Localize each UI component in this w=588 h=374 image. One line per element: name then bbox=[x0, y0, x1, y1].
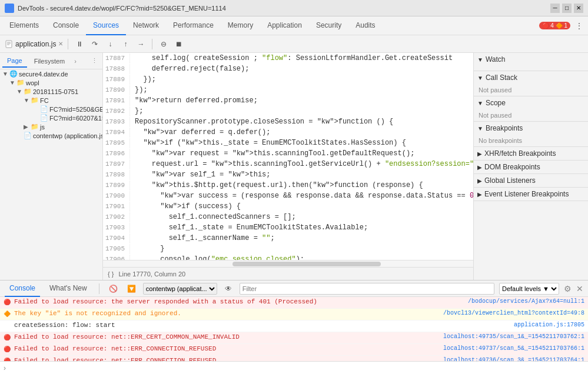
more-tabs[interactable]: › bbox=[72, 56, 79, 66]
tree-item-fc-file2[interactable]: 📄 FC?mid=60207&15452111... bbox=[0, 113, 102, 122]
step-out-button[interactable]: ↑ bbox=[119, 38, 132, 51]
line-number: 17893 bbox=[103, 117, 130, 127]
right-section-global-listeners: ▶Global Listeners bbox=[474, 174, 588, 188]
maximize-button[interactable]: □ bbox=[562, 4, 572, 13]
filter-toggle-button[interactable]: 🔽 bbox=[125, 282, 138, 295]
page-tab[interactable]: Page bbox=[2, 55, 27, 68]
section-header-xhr/fetch-breakpoints[interactable]: ▶XHR/fetch Breakpoints bbox=[474, 147, 588, 160]
tab-memory[interactable]: Memory bbox=[221, 16, 260, 35]
console-filter-input[interactable] bbox=[240, 283, 494, 295]
tab-performance[interactable]: Performance bbox=[166, 16, 221, 35]
message-text: Failed to load resource: the server resp… bbox=[14, 298, 463, 305]
step-over-button[interactable]: ↷ bbox=[88, 38, 101, 51]
file-tree-header: Page Filesystem › ⋮ bbox=[0, 53, 102, 69]
clear-console-button[interactable]: 🚫 bbox=[107, 282, 120, 295]
section-arrow: ▼ bbox=[477, 125, 483, 132]
section-label: Scope bbox=[486, 99, 506, 107]
devtools-icon bbox=[5, 4, 14, 13]
message-text: The key "ie" is not recognized and ignor… bbox=[14, 310, 438, 317]
pause-resume-button[interactable]: ⏸ bbox=[73, 38, 86, 51]
section-arrow: ▶ bbox=[477, 191, 482, 198]
line-number: 17889 bbox=[103, 75, 130, 85]
console-tab-console[interactable]: Console bbox=[5, 280, 40, 297]
tree-item-js[interactable]: ▶ 📁 js bbox=[0, 122, 102, 131]
message-text: createSession: flow: start bbox=[14, 322, 509, 329]
line-code: "kw">var success = (response && response… bbox=[130, 191, 473, 201]
tree-item-fc-file1[interactable]: 📄 FC?mid=5250&GET_MENU... bbox=[0, 105, 102, 113]
section-header-event-listener-breakpoints[interactable]: ▶Event Listener Breakpoints bbox=[474, 188, 588, 201]
console-message: createSession: flow: startapplication.js… bbox=[0, 320, 588, 332]
section-header-global-listeners[interactable]: ▶Global Listeners bbox=[474, 174, 588, 187]
step-button[interactable]: → bbox=[134, 38, 147, 51]
code-line: 17900 "kw">var success = (response && re… bbox=[103, 191, 473, 201]
message-icon: 🔴 bbox=[4, 346, 12, 354]
code-scrollbar-h[interactable] bbox=[103, 260, 473, 267]
message-link[interactable]: /bovcl13/viewerclien_html?contextId=49:8 bbox=[443, 310, 584, 316]
tab-sources[interactable]: Sources bbox=[86, 16, 126, 35]
console-tab-whatsnew[interactable]: What's New bbox=[45, 280, 92, 297]
section-header-call-stack[interactable]: ▼Call Stack bbox=[474, 71, 588, 84]
context-selector[interactable]: contentwp (applicat... bbox=[143, 283, 217, 295]
section-header-scope[interactable]: ▼Scope bbox=[474, 96, 588, 109]
code-line: 17903 self_1._state = EnumEMCToolkitStat… bbox=[103, 222, 473, 233]
section-header-dom-breakpoints[interactable]: ▶DOM Breakpoints bbox=[474, 161, 588, 173]
filesystem-tab[interactable]: Filesystem bbox=[29, 55, 70, 67]
code-content[interactable]: 17887 self.log( createSession ; "flow": … bbox=[103, 53, 473, 260]
tab-application[interactable]: Application bbox=[260, 16, 309, 35]
file-label: contentwp (application.jsp) bbox=[33, 132, 102, 139]
right-section-watch: ▼Watch bbox=[474, 53, 588, 71]
line-number: 17894 bbox=[103, 128, 130, 138]
message-link[interactable]: localhost:49737/scan_5&_=1545211703766:1 bbox=[443, 345, 584, 352]
cursor-icon: { } bbox=[108, 271, 114, 278]
message-link[interactable]: application.js:17805 bbox=[514, 322, 584, 328]
console-prompt-icon: › bbox=[4, 364, 6, 372]
console-settings-button[interactable]: ⚙ bbox=[564, 284, 572, 293]
section-label: Event Listener Breakpoints bbox=[484, 190, 569, 198]
tab-network[interactable]: Network bbox=[126, 16, 166, 35]
more-options-button[interactable]: ⋮ bbox=[573, 19, 586, 32]
message-text: Failed to load resource: net::ERR_CERT_C… bbox=[14, 333, 438, 340]
tree-item-fc[interactable]: ▼ 📁 FC bbox=[0, 96, 102, 105]
close-file-tab[interactable]: ✕ bbox=[58, 41, 63, 47]
tree-item-domain[interactable]: ▼ 🌐 secure4.datev.de bbox=[0, 69, 102, 78]
folder-label: 20181115-0751 bbox=[33, 88, 78, 95]
code-line: 17902 self_1.connectedScanners = []; bbox=[103, 212, 473, 222]
message-link[interactable]: localhost:49735/scan_1&_=1545211703762:1 bbox=[443, 333, 584, 340]
tree-item-wopl[interactable]: ▼ 📁 wopl bbox=[0, 78, 102, 87]
tab-elements[interactable]: Elements bbox=[2, 16, 46, 35]
pause-exceptions-button[interactable]: ⏹ bbox=[172, 38, 185, 51]
line-number: 17902 bbox=[103, 212, 130, 222]
message-text: Failed to load resource: net::ERR_CONNEC… bbox=[14, 345, 438, 352]
message-link[interactable]: /bodocup/services/Ajax?x64=null:1 bbox=[468, 298, 584, 305]
file-icon bbox=[5, 40, 13, 48]
eye-button[interactable]: 👁 bbox=[222, 282, 235, 295]
minimize-button[interactable]: ─ bbox=[550, 4, 560, 13]
right-section-breakpoints: ▼BreakpointsNo breakpoints bbox=[474, 122, 588, 147]
tree-more-button[interactable]: ⋮ bbox=[89, 57, 100, 65]
file-icon: 📄 bbox=[40, 105, 48, 113]
cursor-position: Line 17770, Column 20 bbox=[118, 271, 185, 278]
line-number: 17900 bbox=[103, 191, 130, 201]
code-line: 17898 "kw">var self_1 = "kw">this; bbox=[103, 169, 473, 180]
log-level-select[interactable]: Default levels ▼ bbox=[499, 283, 559, 295]
right-section-dom-breakpoints: ▶DOM Breakpoints bbox=[474, 161, 588, 174]
section-arrow: ▼ bbox=[477, 100, 483, 106]
step-into-button[interactable]: ↓ bbox=[104, 38, 117, 51]
close-button[interactable]: ✕ bbox=[574, 4, 583, 13]
tree-item-contentwp[interactable]: 📄 contentwp (application.jsp) bbox=[0, 131, 102, 140]
file-label: FC?mid=5250&GET_MENU... bbox=[49, 106, 102, 113]
tab-console[interactable]: Console bbox=[46, 16, 86, 35]
tree-item-date[interactable]: ▼ 📁 20181115-0751 bbox=[0, 87, 102, 96]
main-content: Page Filesystem › ⋮ ▼ 🌐 secure4.datev.de… bbox=[0, 53, 588, 280]
tab-audits[interactable]: Audits bbox=[348, 16, 382, 35]
section-header-breakpoints[interactable]: ▼Breakpoints bbox=[474, 122, 588, 135]
message-link[interactable]: localhost:49736/scan_3&_=1545211703764:1 bbox=[443, 357, 584, 361]
deactivate-breakpoints-button[interactable]: ⊖ bbox=[157, 38, 170, 51]
section-header-watch[interactable]: ▼Watch bbox=[474, 53, 588, 66]
right-section-call-stack: ▼Call StackNot paused bbox=[474, 71, 588, 96]
tab-security[interactable]: Security bbox=[309, 16, 348, 35]
console-close-button[interactable]: ✕ bbox=[576, 284, 583, 293]
section-label: XHR/fetch Breakpoints bbox=[484, 149, 556, 158]
section-arrow: ▼ bbox=[477, 56, 483, 63]
console-input-row: › bbox=[0, 361, 588, 374]
